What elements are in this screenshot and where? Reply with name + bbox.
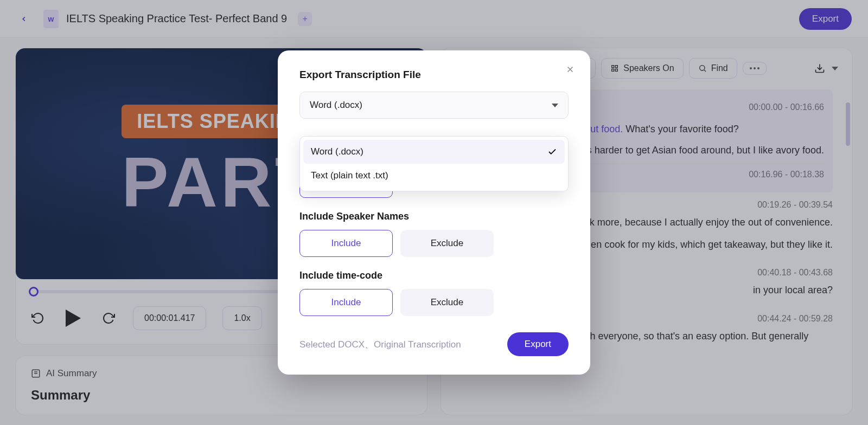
modal-overlay[interactable]: Export Transcription File Word (.docx) W… [0,0,868,425]
include-speaker-label: Include Speaker Names [299,211,569,222]
speaker-include-option[interactable]: Include [299,230,393,257]
modal-footer-text: Selected DOCX、Original Transcription [299,338,461,351]
export-modal: Export Transcription File Word (.docx) W… [278,50,590,375]
include-time-label: Include time-code [299,270,569,281]
format-option-txt[interactable]: Text (plain text .txt) [303,164,565,188]
format-option-label: Word (.docx) [311,146,363,157]
format-option-docx[interactable]: Word (.docx) [303,140,565,164]
modal-title: Export Transcription File [299,69,569,81]
format-dropdown: Word (.docx) Text (plain text .txt) [299,136,569,191]
check-icon [547,147,557,157]
modal-export-button[interactable]: Export [507,332,569,356]
time-exclude-option[interactable]: Exclude [400,289,494,316]
format-select-value: Word (.docx) [310,100,362,111]
speaker-exclude-option[interactable]: Exclude [400,230,494,257]
format-option-label: Text (plain text .txt) [311,170,388,181]
format-select[interactable]: Word (.docx) [299,92,569,119]
close-button[interactable] [562,62,578,79]
close-icon [565,65,575,74]
time-include-option[interactable]: Include [299,289,393,316]
chevron-down-icon [552,104,558,107]
